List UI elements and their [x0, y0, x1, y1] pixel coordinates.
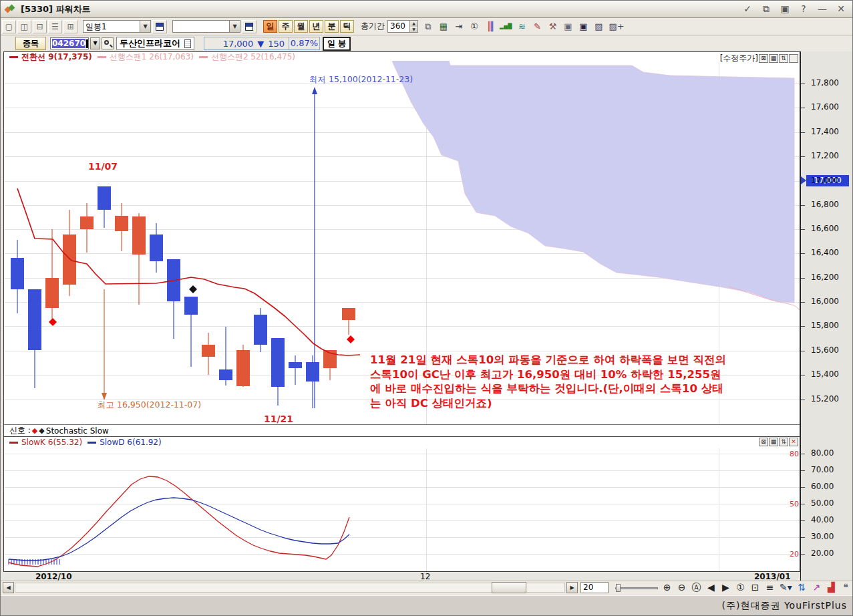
- zoom-area-icon[interactable]: ⊡: [750, 581, 760, 594]
- layout-two-row-icon[interactable]: ⊟: [33, 20, 47, 33]
- scrollbar-track[interactable]: [15, 583, 565, 593]
- snapshot-add-icon[interactable]: ▨+: [609, 20, 624, 33]
- price-axis[interactable]: 17,000 17,80017,60017,40017,20017,00016,…: [800, 51, 853, 581]
- document-icon[interactable]: [184, 39, 191, 48]
- copy-icon[interactable]: ⧉: [760, 3, 772, 15]
- period-button-주[interactable]: 주: [279, 20, 293, 33]
- floppy-icon: [156, 23, 164, 31]
- chart-preset-combo[interactable]: 일봉1 ▼: [83, 20, 151, 33]
- total-period-label: 총기간: [361, 21, 385, 32]
- period-button-년[interactable]: 년: [309, 20, 323, 33]
- snapshot-icon[interactable]: ▨: [593, 20, 604, 33]
- spinner-arrows[interactable]: ▲▼: [409, 21, 417, 32]
- main-toolbar: ▢◫⊟☰⊞ 일봉1 ▼ ▼ 일주월년분틱 총기간 360 ▲▼ ⧉▦⇥①║▂▅█…: [1, 18, 853, 35]
- help-icon[interactable]: ?: [798, 3, 810, 15]
- period-button-분[interactable]: 분: [325, 20, 339, 33]
- axis-label: 16,600: [811, 224, 839, 233]
- grid-icon[interactable]: ▦: [769, 438, 778, 446]
- tools-hammer-icon[interactable]: ⚒: [547, 20, 558, 33]
- wand-icon[interactable]: ↗: [812, 581, 822, 594]
- total-period-spinner[interactable]: 360 ▲▼: [387, 20, 418, 33]
- close-icon[interactable]: ✕: [789, 438, 798, 446]
- svg-text:20: 20: [790, 550, 799, 559]
- zoom-out-icon[interactable]: ⊖: [677, 581, 687, 594]
- minimize-icon[interactable]: —: [816, 3, 828, 15]
- layout-single-icon[interactable]: ▢: [2, 20, 16, 33]
- stock-label-button[interactable]: 종목: [15, 37, 46, 50]
- search-button[interactable]: [102, 37, 114, 49]
- hourglass-icon[interactable]: ⊠: [759, 438, 768, 446]
- black-diamond-icon: ◆: [39, 426, 44, 435]
- period-button-틱[interactable]: 틱: [340, 20, 354, 33]
- save-template-button[interactable]: [242, 20, 257, 33]
- layout-three-row-icon[interactable]: ☰: [48, 20, 62, 33]
- axis-label: 60.00: [811, 482, 834, 491]
- sort-arrows-icon[interactable]: ⇅: [779, 438, 788, 446]
- zoom-one-icon[interactable]: ①: [469, 20, 480, 33]
- volume-chart-icon[interactable]: ▂▅█: [500, 20, 512, 33]
- floppy-icon: [245, 23, 253, 31]
- stats-icon[interactable]: ▟: [826, 581, 836, 594]
- chart-preset-value: 일봉1: [83, 21, 140, 32]
- bottom-bar: ◀ ▶ 20 ⊕⊖Ⓐ◀▶①⊡≡✎▾⇅↗▟❝: [1, 581, 853, 594]
- zoom-slider-handle[interactable]: [616, 584, 621, 592]
- layout-two-col-icon[interactable]: ◫: [17, 20, 31, 33]
- line-chart-icon[interactable]: ≋: [516, 20, 527, 33]
- close-icon[interactable]: ✕: [835, 3, 847, 15]
- insert-pane-icon[interactable]: ⇥: [454, 20, 464, 33]
- layout-grid-icon[interactable]: ⊞: [63, 20, 77, 33]
- copy-chart-icon[interactable]: ⧉: [423, 20, 434, 33]
- search-icon: [104, 40, 109, 45]
- zoom-slider-track[interactable]: [615, 587, 658, 589]
- red-diamond-icon: ◆: [32, 426, 37, 435]
- pen-icon[interactable]: ✎▾: [780, 581, 792, 594]
- menu-lines-icon[interactable]: ≡: [765, 581, 775, 594]
- template-value: [173, 21, 229, 32]
- svg-text:11/21: 11/21: [264, 414, 293, 424]
- total-period-value: 360: [388, 21, 409, 32]
- period-button-월[interactable]: 월: [294, 20, 308, 33]
- popout-icon[interactable]: ▣: [779, 3, 791, 15]
- analysis-note: 11월 21일 현재 스톡10의 파동을 기준으로 하여 하락폭을 보면 직전의…: [370, 353, 754, 410]
- confirm-icon[interactable]: ✓: [741, 3, 753, 15]
- scroll-right-button[interactable]: ▶: [566, 582, 578, 593]
- axis-label: 15,400: [811, 369, 839, 379]
- sub-corner-icons: ⊠▦⇅✕: [759, 438, 798, 446]
- period-button-일[interactable]: 일: [263, 20, 277, 33]
- axis-label: 17,600: [811, 102, 839, 112]
- candle-chart-icon[interactable]: ║: [484, 20, 495, 33]
- stock-dropdown-arrow-icon[interactable]: ▼: [90, 37, 100, 49]
- text-caret: [86, 39, 88, 48]
- zoom-in-icon[interactable]: ⊕: [662, 581, 672, 594]
- axis-label: 50.00: [811, 498, 834, 508]
- template-combo[interactable]: ▼: [172, 20, 240, 33]
- zoom-1-icon[interactable]: ①: [735, 581, 745, 594]
- save-image-icon[interactable]: ▣: [578, 20, 588, 33]
- print-icon[interactable]: ▣: [562, 20, 573, 33]
- spin-up-icon[interactable]: ▲: [410, 21, 417, 27]
- dropdown-arrow-icon[interactable]: ▼: [229, 21, 240, 32]
- stochastic-canvas[interactable]: 805020: [4, 448, 800, 572]
- status-bar: (주)현대증권 YouFirstPlus: [1, 595, 853, 616]
- stock-name-box[interactable]: 두산인프라코어: [116, 37, 194, 50]
- scroll-left-button[interactable]: ◀: [3, 582, 14, 593]
- stock-code-input[interactable]: 042670: [50, 37, 89, 49]
- go-first-icon[interactable]: ◀: [706, 581, 716, 594]
- stock-bar: 종목 042670 ▼ 두산인프라코어 17,000 ▼ 150 0.87% 일…: [1, 35, 853, 51]
- app-window: [5330] 파워차트 ✓⧉▣?—✕ ▢◫⊟☰⊞ 일봉1 ▼ ▼ 일주월년분틱 …: [0, 0, 853, 616]
- chart-mode-button[interactable]: 일 봉: [323, 37, 351, 51]
- zoom-all-icon[interactable]: Ⓐ: [691, 581, 701, 594]
- bar-width-input[interactable]: 20: [580, 582, 609, 593]
- indicator-chart-icon[interactable]: ▦: [438, 20, 449, 33]
- title-bar: [5330] 파워차트 ✓⧉▣?—✕: [1, 1, 853, 18]
- dropdown-arrow-icon[interactable]: ▼: [140, 21, 150, 32]
- save-preset-button[interactable]: [152, 20, 167, 33]
- spin-down-icon[interactable]: ▼: [410, 27, 417, 33]
- updown-arrows-icon[interactable]: ⇅: [797, 581, 807, 594]
- scrollbar-thumb[interactable]: [492, 582, 526, 593]
- draw-lines-icon[interactable]: ✎: [532, 20, 542, 33]
- app-icon: [5, 4, 15, 15]
- axis-label: 17,200: [811, 151, 839, 160]
- chat-icon[interactable]: ❝: [841, 581, 851, 594]
- go-last-icon[interactable]: ▶: [721, 581, 731, 594]
